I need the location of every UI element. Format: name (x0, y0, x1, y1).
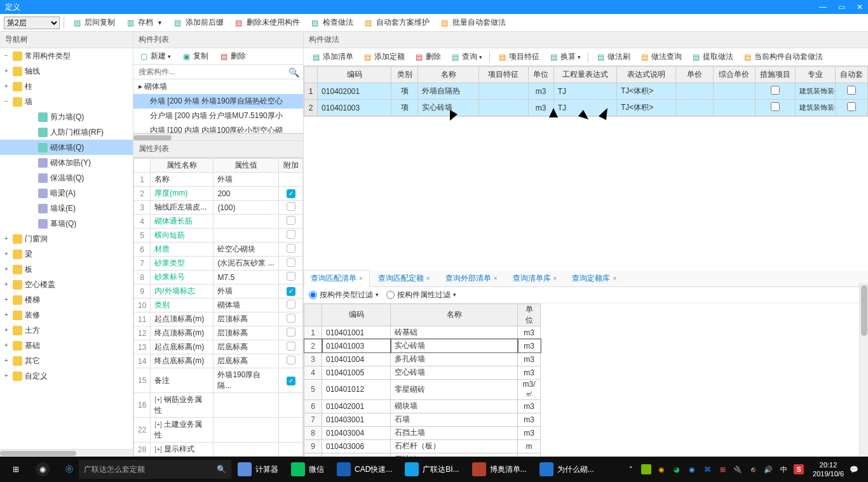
nav-item[interactable]: 砌体加筋(Y) (0, 155, 133, 170)
method-tb-0[interactable]: ▤添加清单 (308, 50, 356, 64)
query-row[interactable]: 10010403007石护坡m3 (304, 453, 541, 457)
taskbar-app[interactable]: 计算器 (231, 457, 285, 482)
add-prefix-button[interactable]: ▤添加前后缀 (169, 16, 227, 29)
tray-sogou-icon[interactable]: S (794, 464, 804, 474)
query-row[interactable]: 1010401001砖基础m3 (304, 326, 541, 339)
filter-by-prop[interactable]: 按构件属性过滤▾ (386, 290, 456, 300)
nav-item[interactable]: +装修 (0, 307, 133, 323)
comp-item[interactable]: 分户墙 [200 内墙 分户墙MU7.5190厚小 (133, 109, 303, 123)
tray-shield-icon[interactable]: ◉ (656, 464, 667, 474)
query-row[interactable]: 5010401012零星砌砖m3/㎡ (304, 379, 541, 399)
taskbar-app[interactable]: 微信 (285, 457, 330, 482)
layer-copy-button[interactable]: ▤层间复制 (68, 16, 119, 29)
prop-row[interactable]: 3轴线距左墙皮...(100) (134, 201, 303, 215)
method-row[interactable]: 1010402001项外墙自隔热m3TJTJ<体积>建筑装饰装修工程 (304, 83, 868, 100)
notification-icon[interactable]: 💬 (849, 464, 859, 474)
tray-volume-icon[interactable]: 🔊 (763, 464, 773, 474)
tab-4[interactable]: 查询定额库 × (565, 270, 623, 286)
maximize-icon[interactable]: ▭ (838, 3, 845, 11)
nav-item[interactable]: +自定义 (0, 368, 133, 384)
taskbar-app[interactable]: CAD快速... (330, 457, 398, 482)
nav-item[interactable]: +土方 (0, 323, 133, 338)
nav-item[interactable]: +柱 (0, 79, 133, 94)
browser-icon[interactable]: ⓔ (56, 457, 79, 482)
nav-item[interactable]: +门窗洞 (0, 231, 133, 246)
prop-row[interactable]: 9内/外墙标志外墙✓ (134, 285, 303, 298)
method-tb-5[interactable]: ▤换算 ▾ (545, 50, 584, 64)
del-unused-button[interactable]: ▤删除未使用构件 (230, 16, 304, 29)
floor-selector[interactable]: 第2层 (4, 17, 60, 29)
nav-item[interactable]: −常用构件类型 (0, 48, 133, 64)
h-scrollbar[interactable] (133, 133, 303, 141)
method-tb-3[interactable]: ▤查询 ▾ (447, 50, 485, 64)
new-button[interactable]: ▢新建▾ (136, 50, 173, 63)
comp-item[interactable]: 内墙 [100 内墙 内墙100厚砼小型空心砌 (133, 123, 303, 133)
prop-row[interactable]: 28[+]显示样式 (134, 443, 303, 457)
prop-row[interactable]: 10类别砌体墙 (134, 298, 303, 312)
method-tb-8[interactable]: ▤提取做法 (688, 50, 736, 64)
prop-row[interactable]: 14终点底标高(m)层底标高 (134, 354, 303, 368)
query-tabs[interactable]: 查询匹配清单 ×查询匹配定额 ×查询外部清单 ×查询清单库 ×查询定额库 × (304, 271, 868, 287)
nav-item[interactable]: 暗梁(A) (0, 185, 133, 201)
prop-row[interactable]: 4砌体通长筋 (134, 215, 303, 229)
prop-row[interactable]: 12终点顶标高(m)层顶标高 (134, 326, 303, 340)
prop-row[interactable]: 13起点底标高(m)层底标高 (134, 340, 303, 354)
method-tb-7[interactable]: ▤做法查询 (636, 50, 685, 64)
query-row[interactable]: 9010403006石栏杆（板）m (304, 439, 541, 453)
query-row[interactable]: 8010403004石挡土墙m3 (304, 426, 541, 439)
nav-item[interactable]: +楼梯 (0, 292, 133, 307)
tray-app-icon[interactable]: ⊞ (717, 464, 728, 474)
tray-blue-icon[interactable]: ◉ (687, 464, 697, 474)
method-tb-4[interactable]: ▤项目特征 (494, 50, 543, 64)
nav-item[interactable]: 幕墙(Q) (0, 216, 133, 231)
nav-item[interactable]: +空心楼盖 (0, 277, 133, 292)
prop-row[interactable]: 22[+]土建业务属性 (134, 418, 303, 443)
minimize-icon[interactable]: — (819, 3, 827, 11)
query-row[interactable]: 4010401005空心砖墙m3 (304, 366, 541, 379)
nav-item[interactable]: 墙垛(E) (0, 201, 133, 216)
query-row[interactable]: 6010402001砌块墙m3 (304, 399, 541, 413)
prop-row[interactable]: 11起点顶标高(m)层顶标高 (134, 312, 303, 326)
taskbar-app[interactable]: 广联达BI... (398, 457, 465, 482)
query-row[interactable]: 7010403001石墙m3 (304, 413, 541, 426)
tray-power-icon[interactable]: 🔌 (733, 464, 743, 474)
search-input[interactable] (133, 65, 303, 79)
prop-row[interactable]: 6材质砼空心砌块 (134, 243, 303, 257)
tray-nvidia-icon[interactable] (641, 464, 651, 474)
method-tb-9[interactable]: ▤当前构件自动套做法 (739, 50, 826, 64)
taskbar-app[interactable]: 为什么砌... (533, 457, 600, 482)
tray-ime-icon[interactable]: 中 (778, 464, 789, 474)
check-method-button[interactable]: ▤检查做法 (306, 16, 357, 29)
prop-row[interactable]: 2厚度(mm)200✓ (134, 187, 303, 201)
nav-item[interactable]: 人防门框墙(RF) (0, 124, 133, 140)
archive-button[interactable]: ▥存档▼ (121, 16, 166, 29)
copy-button[interactable]: ▣复制 (179, 50, 211, 63)
batch-auto-button[interactable]: ▤批量自动套做法 (436, 16, 510, 29)
nav-item[interactable]: −墙 (0, 94, 133, 109)
taskbar-app[interactable]: 博奥清单... (466, 457, 533, 482)
tab-2[interactable]: 查询外部清单 × (438, 270, 505, 286)
query-row[interactable]: 3010401004多孔砖墙m3 (304, 352, 541, 366)
delete-button[interactable]: ▤删除 (216, 50, 248, 63)
method-tb-6[interactable]: ▤做法刷 (592, 50, 634, 64)
prop-row[interactable]: 15备注外墙190厚自隔...✓ (134, 368, 303, 393)
nav-item[interactable]: +其它 (0, 353, 133, 368)
tray-bt-icon[interactable]: ⌘ (702, 464, 712, 474)
component-list[interactable]: ▸ 砌体墙外墙 [200 外墙 外墙190厚自隔热砼空心分户墙 [200 内墙 … (133, 79, 303, 133)
nav-item[interactable]: 砌体墙(Q) (0, 140, 133, 155)
prop-row[interactable]: 7砂浆类型(水泥石灰砂浆 ... (134, 257, 303, 271)
nav-item[interactable]: +基础 (0, 338, 133, 353)
start-button[interactable]: ⊞ (3, 457, 29, 482)
tab-3[interactable]: 查询清单库 × (506, 270, 564, 286)
filter-by-type[interactable]: 按构件类型过滤▾ (309, 290, 379, 300)
comp-item[interactable]: 外墙 [200 外墙 外墙190厚自隔热砼空心 (133, 94, 303, 109)
close-icon[interactable]: ✕ (857, 3, 863, 11)
method-tb-2[interactable]: ▤删除 (410, 50, 444, 64)
prop-row[interactable]: 5横向短筋 (134, 229, 303, 243)
tray-wifi-icon[interactable]: ⎋ (748, 464, 758, 474)
auto-plan-button[interactable]: ▤自动套方案维护 (360, 16, 433, 29)
tray-wechat-icon[interactable]: ◕ (672, 464, 682, 474)
nav-item[interactable]: +板 (0, 262, 133, 277)
query-row[interactable]: 2010401003实心砖墙m3 (304, 339, 541, 352)
nav-item[interactable]: 保温墙(Q) (0, 170, 133, 185)
